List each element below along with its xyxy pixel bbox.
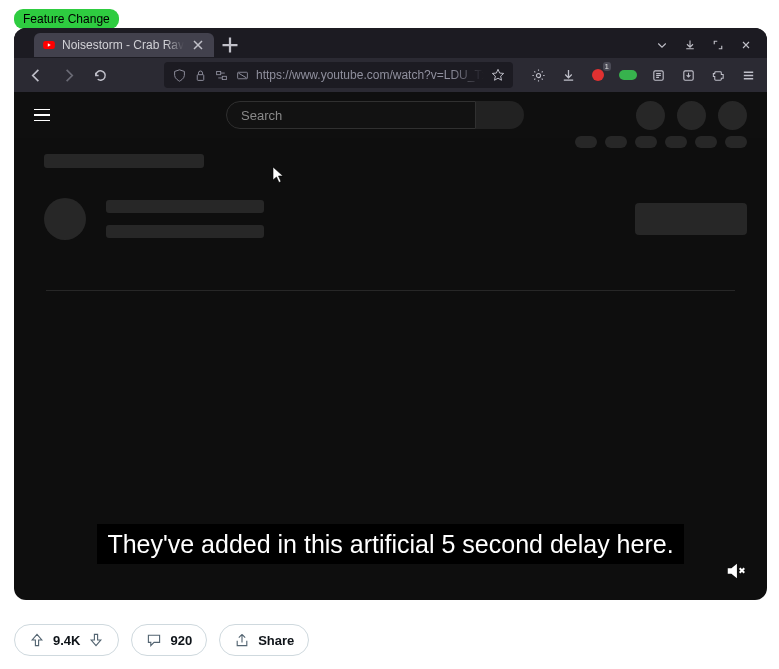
tab-title: Noisestorm - Crab Rave [ xyxy=(62,38,184,52)
feature-change-badge: Feature Change xyxy=(14,9,119,29)
upvote-icon[interactable] xyxy=(29,632,45,648)
share-pill[interactable]: Share xyxy=(219,624,309,656)
divider xyxy=(46,290,735,291)
browser-url-bar: https://www.youtube.com/watch?v=LDU_Txk … xyxy=(14,58,767,92)
header-skeleton-circle xyxy=(677,101,706,130)
header-skeleton-circle xyxy=(636,101,665,130)
share-icon xyxy=(234,632,250,648)
skeleton-title xyxy=(44,154,204,168)
youtube-header: Search xyxy=(14,92,767,138)
block-icon[interactable] xyxy=(235,68,249,82)
forward-icon xyxy=(56,63,80,87)
maximize-icon[interactable] xyxy=(711,38,725,52)
search-input[interactable]: Search xyxy=(226,101,476,129)
gear-icon[interactable] xyxy=(529,66,547,84)
permissions-icon[interactable] xyxy=(214,68,228,82)
skeleton-line xyxy=(106,225,264,238)
skeleton-subscribe-button xyxy=(635,203,747,235)
skeleton-avatar xyxy=(44,198,86,240)
menu-icon[interactable] xyxy=(739,66,757,84)
mute-icon[interactable] xyxy=(725,560,747,582)
header-skeleton-circle xyxy=(718,101,747,130)
close-tab-icon[interactable] xyxy=(190,37,206,53)
share-label: Share xyxy=(258,633,294,648)
shield-icon[interactable] xyxy=(172,68,186,82)
download-icon[interactable] xyxy=(559,66,577,84)
comment-count: 920 xyxy=(170,633,192,648)
save-page-icon[interactable] xyxy=(679,66,697,84)
svg-rect-2 xyxy=(216,71,220,74)
post-actions: 9.4K 920 Share xyxy=(14,624,309,656)
hamburger-icon[interactable] xyxy=(34,109,54,122)
notification-red-icon[interactable]: 1 xyxy=(589,66,607,84)
skeleton-chip xyxy=(635,136,657,148)
svg-rect-3 xyxy=(222,76,226,79)
bookmark-star-icon[interactable] xyxy=(491,68,505,82)
svg-point-5 xyxy=(536,73,540,77)
download-arrow-icon[interactable] xyxy=(683,38,697,52)
chevron-down-icon[interactable] xyxy=(655,38,669,52)
browser-tab[interactable]: Noisestorm - Crab Rave [ xyxy=(34,33,214,57)
skeleton-chip xyxy=(605,136,627,148)
skeleton-chip xyxy=(575,136,597,148)
skeleton-chip xyxy=(725,136,747,148)
reload-icon[interactable] xyxy=(88,63,112,87)
back-icon[interactable] xyxy=(24,63,48,87)
skeleton-line xyxy=(106,200,264,213)
url-text: https://www.youtube.com/watch?v=LDU_Txk xyxy=(256,68,484,82)
lock-icon[interactable] xyxy=(193,68,207,82)
skeleton-chip xyxy=(665,136,687,148)
url-field[interactable]: https://www.youtube.com/watch?v=LDU_Txk xyxy=(164,62,513,88)
svg-rect-1 xyxy=(197,74,204,80)
browser-tab-bar: Noisestorm - Crab Rave [ xyxy=(14,28,767,58)
video-caption: They've added in this artificial 5 secon… xyxy=(97,524,683,565)
toggle-green-icon[interactable] xyxy=(619,66,637,84)
skeleton-chip xyxy=(695,136,717,148)
comment-icon xyxy=(146,632,162,648)
new-tab-button[interactable] xyxy=(218,33,242,57)
close-window-icon[interactable] xyxy=(739,38,753,52)
reader-icon[interactable] xyxy=(649,66,667,84)
upvote-pill: 9.4K xyxy=(14,624,119,656)
downvote-icon[interactable] xyxy=(88,632,104,648)
mouse-cursor-icon xyxy=(272,166,284,184)
youtube-favicon-icon xyxy=(42,38,56,52)
video-screenshot[interactable]: Noisestorm - Crab Rave [ xyxy=(14,28,767,600)
extensions-icon[interactable] xyxy=(709,66,727,84)
youtube-skeleton-content xyxy=(14,138,767,240)
upvote-count: 9.4K xyxy=(53,633,80,648)
comments-pill[interactable]: 920 xyxy=(131,624,207,656)
search-button[interactable] xyxy=(476,101,524,129)
